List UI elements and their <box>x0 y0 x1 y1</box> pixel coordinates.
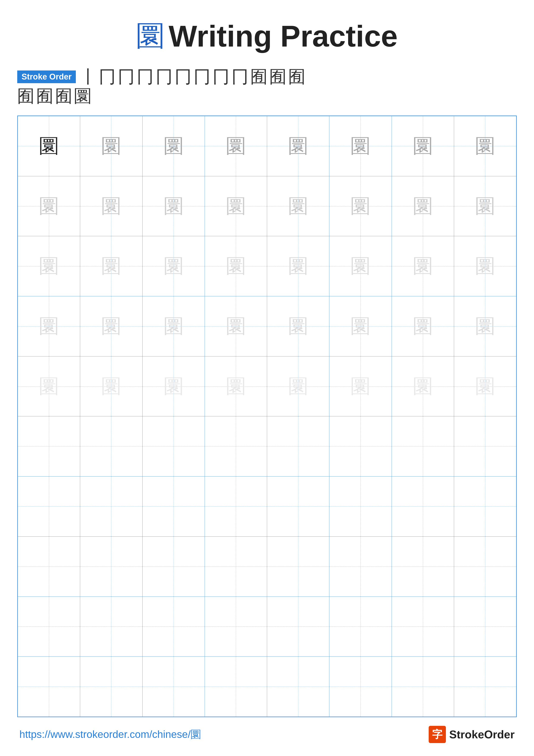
grid-cell[interactable] <box>142 476 205 537</box>
stroke-12: 囿 <box>288 68 305 85</box>
char-guide: 圜 <box>164 377 183 396</box>
grid-cell[interactable]: 圜 <box>205 176 267 236</box>
stroke-7: 冂 <box>193 68 211 85</box>
grid-cell[interactable] <box>454 657 516 717</box>
grid-cell[interactable] <box>80 476 142 537</box>
grid-cell[interactable]: 圜 <box>454 296 516 357</box>
grid-cell[interactable]: 圜 <box>142 236 205 296</box>
grid-cell[interactable]: 圜 <box>267 236 329 296</box>
char-guide: 圜 <box>164 256 183 276</box>
footer-link[interactable]: https://www.strokeorder.com/chinese/圜 <box>19 728 201 741</box>
grid-cell[interactable] <box>80 536 142 597</box>
grid-cell[interactable] <box>392 476 454 537</box>
grid-cell[interactable] <box>142 536 205 597</box>
char-guide: 圜 <box>226 197 245 216</box>
grid-cell[interactable] <box>329 417 392 476</box>
grid-cell[interactable]: 圜 <box>18 236 80 296</box>
grid-cell[interactable] <box>18 476 80 537</box>
grid-cell[interactable]: 圜 <box>267 116 329 176</box>
grid-cell[interactable] <box>267 417 329 476</box>
grid-cell[interactable]: 圜 <box>80 236 142 296</box>
grid-cell[interactable] <box>267 657 329 717</box>
grid-cell[interactable] <box>142 597 205 657</box>
grid-cell[interactable]: 圜 <box>142 176 205 236</box>
grid-cell[interactable] <box>454 476 516 537</box>
grid-row-6 <box>18 417 516 476</box>
grid-cell[interactable]: 圜 <box>205 296 267 357</box>
grid-cell[interactable] <box>267 597 329 657</box>
grid-cell[interactable]: 圜 <box>329 176 392 236</box>
grid-cell[interactable]: 圜 <box>454 116 516 176</box>
char-guide: 圜 <box>289 256 308 276</box>
char-guide: 圜 <box>226 316 245 336</box>
grid-cell[interactable] <box>329 657 392 717</box>
char-guide: 圜 <box>226 377 245 396</box>
grid-cell[interactable] <box>392 417 454 476</box>
grid-cell[interactable]: 圜 <box>329 236 392 296</box>
stroke-6: 冂 <box>174 68 192 85</box>
grid-cell[interactable] <box>18 536 80 597</box>
grid-cell[interactable]: 圜 <box>329 356 392 417</box>
grid-cell[interactable] <box>267 476 329 537</box>
grid-cell[interactable] <box>18 657 80 717</box>
grid-cell[interactable]: 圜 <box>18 176 80 236</box>
grid-cell[interactable]: 圜 <box>267 176 329 236</box>
grid-cell[interactable]: 圜 <box>392 236 454 296</box>
grid-cell[interactable]: 圜 <box>205 236 267 296</box>
grid-cell[interactable] <box>329 597 392 657</box>
grid-cell[interactable]: 圜 <box>18 296 80 357</box>
grid-cell[interactable] <box>18 597 80 657</box>
grid-cell[interactable] <box>454 417 516 476</box>
grid-cell[interactable] <box>18 417 80 476</box>
grid-cell[interactable] <box>205 536 267 597</box>
grid-row-2: 圜 圜 圜 圜 圜 圜 圜 圜 <box>18 176 516 236</box>
grid-cell[interactable]: 圜 <box>80 356 142 417</box>
grid-cell[interactable] <box>329 536 392 597</box>
grid-cell[interactable] <box>454 536 516 597</box>
grid-cell[interactable]: 圜 <box>392 116 454 176</box>
char-guide: 圜 <box>351 256 370 276</box>
grid-cell[interactable] <box>80 597 142 657</box>
grid-cell[interactable] <box>142 417 205 476</box>
grid-cell[interactable]: 圜 <box>267 296 329 357</box>
grid-cell[interactable]: 圜 <box>142 356 205 417</box>
grid-cell[interactable] <box>392 657 454 717</box>
grid-cell[interactable]: 圜 <box>392 356 454 417</box>
grid-cell[interactable] <box>329 476 392 537</box>
grid-cell[interactable] <box>205 597 267 657</box>
stroke-14: 囿 <box>36 88 53 105</box>
footer-brand: 字 StrokeOrder <box>429 726 515 743</box>
grid-cell[interactable]: 圜 <box>205 356 267 417</box>
grid-cell[interactable]: 圜 <box>454 356 516 417</box>
grid-cell[interactable]: 圜 <box>80 296 142 357</box>
grid-cell[interactable]: 圜 <box>142 296 205 357</box>
grid-cell[interactable]: 圜 <box>392 176 454 236</box>
grid-cell[interactable]: 圜 <box>454 236 516 296</box>
grid-cell[interactable] <box>392 597 454 657</box>
char-guide: 圜 <box>101 377 121 396</box>
grid-cell[interactable] <box>205 657 267 717</box>
grid-cell[interactable] <box>267 536 329 597</box>
grid-cell[interactable] <box>392 536 454 597</box>
grid-cell[interactable]: 圜 <box>205 116 267 176</box>
grid-cell[interactable] <box>142 657 205 717</box>
grid-cell[interactable] <box>205 476 267 537</box>
grid-row-8 <box>18 536 516 597</box>
grid-cell[interactable] <box>80 417 142 476</box>
char-guide: 圜 <box>289 377 308 396</box>
grid-cell[interactable] <box>454 597 516 657</box>
grid-cell[interactable]: 圜 <box>80 176 142 236</box>
grid-cell[interactable]: 圜 <box>142 116 205 176</box>
grid-cell[interactable]: 圜 <box>80 116 142 176</box>
grid-cell[interactable]: 圜 <box>267 356 329 417</box>
grid-cell[interactable]: 圜 <box>392 296 454 357</box>
char-guide: 圜 <box>351 316 370 336</box>
brand-name: StrokeOrder <box>449 728 515 741</box>
grid-cell[interactable]: 圜 <box>329 116 392 176</box>
grid-cell[interactable]: 圜 <box>329 296 392 357</box>
grid-cell[interactable]: 圜 <box>18 356 80 417</box>
grid-cell[interactable]: 圜 <box>454 176 516 236</box>
grid-cell[interactable] <box>205 417 267 476</box>
grid-cell[interactable] <box>80 657 142 717</box>
grid-cell[interactable]: 圜 <box>18 116 80 176</box>
